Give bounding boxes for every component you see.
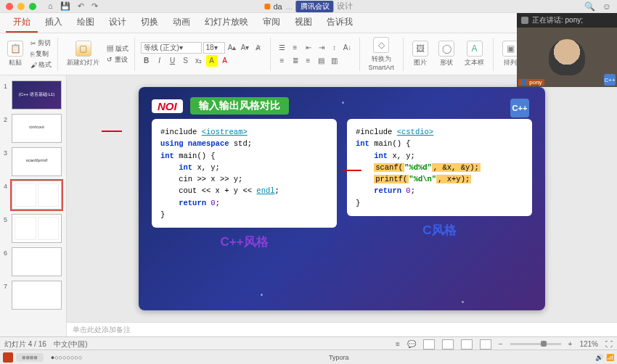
thumbnail-2[interactable]: 2cin/cout (12, 114, 62, 143)
reset-btn[interactable]: ↺ (107, 56, 115, 63)
thumbnail-6[interactable]: 6 (12, 247, 62, 276)
doc-suffix: 设计 (337, 1, 353, 12)
line-spacing-icon[interactable]: ↕ (329, 42, 340, 54)
label-cpp-style: C++风格 (152, 233, 337, 250)
speaking-label: 正在讲话: pony; (532, 15, 583, 25)
columns-icon[interactable]: ▥ (329, 55, 340, 67)
fit-icon[interactable]: ⛶ (605, 340, 613, 348)
video-cpp-icon: C++ (604, 74, 616, 86)
main-area: 1(C++ 语言基础·L1)2cin/cout3scanf/printf4567… (0, 75, 617, 336)
slideshow-view-icon[interactable] (480, 339, 491, 349)
noi-logo: NOI (152, 99, 183, 113)
search-icon[interactable]: 🔍 (584, 1, 595, 12)
tab-5[interactable]: 动画 (166, 13, 197, 33)
thumbnail-3[interactable]: 3scanf/printf (12, 147, 62, 176)
zoom-out-icon[interactable]: − (499, 340, 503, 348)
tab-9[interactable]: 告诉我 (319, 13, 360, 33)
video-feed: 👤 pony C++ (517, 28, 617, 87)
highlight-icon[interactable]: A (206, 55, 218, 67)
indent-inc-icon[interactable]: ⇥ (316, 42, 327, 54)
new-slide-icon[interactable]: ▢ (75, 41, 91, 57)
tab-2[interactable]: 绘图 (70, 13, 102, 33)
language: 中文(中国) (54, 339, 88, 349)
numbering-icon[interactable]: ≡ (290, 42, 301, 54)
code-block-left: #include <iostream> using namespace std;… (152, 119, 337, 228)
comments-toggle[interactable]: 💬 (407, 340, 416, 348)
bullets-icon[interactable]: ☰ (277, 42, 288, 54)
tab-6[interactable]: 幻灯片放映 (197, 13, 256, 33)
italic-icon[interactable]: I (154, 55, 166, 67)
paste-label: 粘贴 (9, 58, 22, 67)
tab-3[interactable]: 设计 (102, 13, 134, 33)
smartart-icon[interactable]: ◇ (373, 37, 389, 53)
redo-icon[interactable]: ↷ (91, 1, 98, 11)
video-call-header: 正在讲话: pony; (517, 13, 617, 28)
font-size-select[interactable]: 18 ▾ (203, 42, 225, 54)
home-icon[interactable]: ⌂ (48, 1, 53, 11)
mic-icon (521, 17, 528, 24)
save-icon[interactable]: 💾 (60, 1, 70, 11)
video-call-overlay[interactable]: 正在讲话: pony; 👤 pony C++ (517, 13, 617, 87)
tray-icon[interactable]: 🔊 (595, 354, 603, 361)
copy-icon[interactable]: ⎘ (30, 51, 34, 58)
tray-icon-2[interactable]: 📶 (606, 354, 614, 361)
notes-placeholder: 单击此处添加备注 (73, 326, 131, 334)
thumbnail-5[interactable]: 5 (12, 214, 62, 243)
paste-icon[interactable]: 📋 (7, 41, 23, 57)
slide-canvas[interactable]: NOI 输入输出风格对比 C++ #include <iostream> usi… (67, 75, 617, 322)
thumbnail-1[interactable]: 1(C++ 语言基础·L1) (12, 80, 62, 109)
presenter-avatar (549, 39, 585, 75)
close-dot[interactable] (6, 3, 13, 10)
font-name-select[interactable]: 等线 (正文) ▾ (141, 42, 202, 54)
code-block-right: #include <cstdio> int main() { int x, y;… (347, 119, 532, 216)
format-icon[interactable]: 🖌 (30, 62, 37, 69)
thumbnail-4[interactable]: 4 (12, 181, 62, 210)
minimize-dot[interactable] (17, 3, 25, 10)
sorter-view-icon[interactable] (442, 339, 454, 349)
notes-pane[interactable]: 单击此处添加备注 (67, 322, 617, 336)
sub-icon[interactable]: x₂ (193, 55, 205, 67)
shapes-icon[interactable]: ◯ (438, 41, 454, 57)
normal-view-icon[interactable] (423, 339, 435, 349)
zoom-slider[interactable] (510, 343, 561, 345)
picture-icon[interactable]: 🖼 (412, 41, 428, 57)
meeting-badge: 腾讯会议 (296, 1, 334, 12)
strike-icon[interactable]: S (180, 55, 192, 67)
thumbnail-7[interactable]: 7 (12, 281, 62, 310)
doc-name: da (273, 2, 282, 11)
tab-4[interactable]: 切换 (134, 13, 166, 33)
tab-7[interactable]: 审阅 (256, 13, 287, 33)
taskbar-app-icon[interactable] (3, 352, 13, 363)
notes-toggle[interactable]: ≡ (396, 340, 400, 348)
layout-btn[interactable]: ▦ (107, 45, 115, 52)
text-dir-icon[interactable]: A↓ (342, 42, 354, 54)
tab-1[interactable]: 插入 (38, 13, 70, 33)
zoom-in-icon[interactable]: + (568, 340, 573, 348)
taskbar-item-ppt[interactable]: ■■■■ (16, 353, 44, 362)
textbox-icon[interactable]: A (467, 41, 483, 57)
undo-icon[interactable]: ↶ (78, 1, 84, 11)
align-right-icon[interactable]: ≡ (303, 55, 314, 67)
annotation-redline-outer (102, 131, 122, 132)
tab-8[interactable]: 视图 (287, 13, 319, 33)
current-slide: NOI 输入输出风格对比 C++ #include <iostream> usi… (139, 87, 545, 310)
share-icon[interactable]: ☺ (602, 1, 611, 12)
slide-position: 幻灯片 4 / 16 (4, 339, 46, 349)
slide-thumbnails[interactable]: 1(C++ 语言基础·L1)2cin/cout3scanf/printf4567 (0, 75, 67, 336)
tab-0[interactable]: 开始 (6, 13, 38, 33)
bold-icon[interactable]: B (141, 55, 152, 67)
taskbar-item-typora[interactable]: Typora (323, 353, 355, 362)
reading-view-icon[interactable] (461, 339, 473, 349)
underline-icon[interactable]: U (167, 55, 179, 67)
cut-icon[interactable]: ✂ (30, 40, 36, 47)
clear-format-icon[interactable]: A̷ (253, 42, 264, 54)
indent-dec-icon[interactable]: ⇤ (303, 42, 314, 54)
arrange-icon[interactable]: ▣ (502, 41, 518, 57)
align-left-icon[interactable]: ≡ (277, 55, 288, 67)
maximize-dot[interactable] (29, 3, 36, 10)
font-color-icon[interactable]: A (219, 55, 231, 67)
justify-icon[interactable]: ▤ (316, 55, 327, 67)
align-center-icon[interactable]: ≣ (290, 55, 301, 67)
decrease-font-icon[interactable]: A▾ (240, 42, 251, 54)
increase-font-icon[interactable]: A▴ (226, 42, 238, 54)
